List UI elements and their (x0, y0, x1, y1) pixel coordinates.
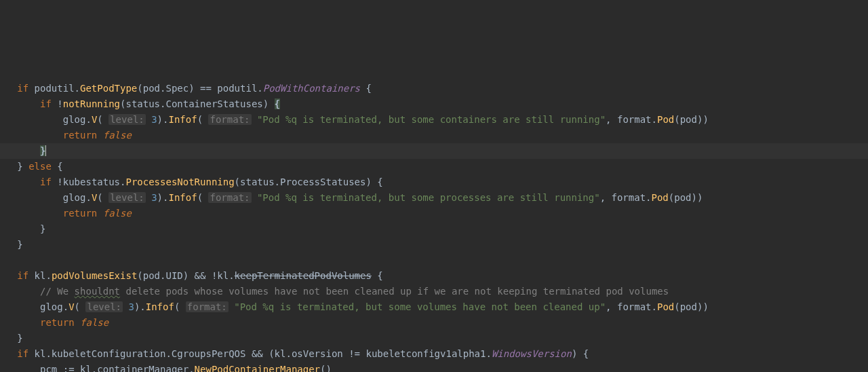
param-hint: level: (108, 192, 146, 203)
code-line: glog.V( level: 3).Infof( format: "Pod %q… (0, 192, 703, 203)
param-hint: format: (186, 301, 229, 312)
code-line: glog.V( level: 3).Infof( format: "Pod %q… (0, 301, 709, 312)
deprecated-ident: keepTerminatedPodVolumes (235, 270, 372, 281)
code-line: } (0, 333, 23, 343)
current-line: } (0, 143, 868, 159)
code-line: } (0, 223, 45, 234)
code-line: return false (0, 208, 132, 219)
code-editor[interactable]: if podutil.GetPodType(pod.Spec) == podut… (0, 62, 868, 372)
code-line: return false (0, 317, 108, 328)
code-line: if kl.kubeletConfiguration.CgroupsPerQOS… (0, 348, 589, 359)
text-caret (45, 145, 46, 156)
code-line: } (0, 239, 23, 250)
code-line: if kl.podVolumesExist(pod.UID) && !kl.ke… (0, 270, 383, 281)
code-line: pcm := kl.containerManager.NewPodContain… (0, 364, 332, 372)
code-line: if !kubestatus.ProcessesNotRunning(statu… (0, 176, 383, 187)
matched-brace: { (275, 98, 280, 109)
param-hint: level: (85, 301, 123, 312)
code-line: // We shouldnt delete pods whose volumes… (0, 286, 669, 297)
code-line: } else { (0, 161, 63, 172)
code-line: if podutil.GetPodType(pod.Spec) == podut… (0, 83, 372, 94)
code-line: if !notRunning(status.ContainerStatuses)… (0, 98, 280, 109)
code-line (0, 255, 5, 265)
code-line: glog.V( level: 3).Infof( format: "Pod %q… (0, 114, 709, 125)
param-hint: format: (208, 192, 251, 203)
typo-word: shouldnt (75, 286, 120, 297)
code-line: return false (0, 130, 132, 141)
param-hint: format: (208, 114, 251, 125)
param-hint: level: (108, 114, 146, 125)
